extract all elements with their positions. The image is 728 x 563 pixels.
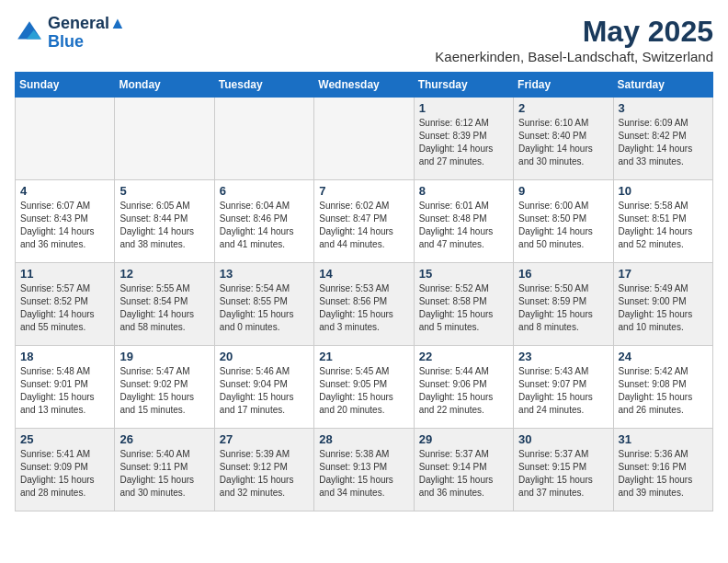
logo-text: General▲ Blue [48,15,126,52]
calendar-cell: 7Sunrise: 6:02 AM Sunset: 8:47 PM Daylig… [314,180,414,263]
logo: General▲ Blue [15,15,126,52]
day-info: Sunrise: 5:46 AM Sunset: 9:04 PM Dayligh… [220,365,309,417]
calendar-cell: 4Sunrise: 6:07 AM Sunset: 8:43 PM Daylig… [16,180,115,263]
day-number: 6 [220,184,309,198]
day-info: Sunrise: 5:47 AM Sunset: 9:02 PM Dayligh… [119,365,209,417]
day-info: Sunrise: 5:48 AM Sunset: 9:01 PM Dayligh… [20,365,109,417]
day-number: 7 [319,184,408,198]
calendar-cell [214,98,313,180]
day-info: Sunrise: 6:04 AM Sunset: 8:46 PM Dayligh… [220,200,309,251]
calendar-cell: 26Sunrise: 5:40 AM Sunset: 9:11 PM Dayli… [115,429,214,511]
calendar-cell: 3Sunrise: 6:09 AM Sunset: 8:42 PM Daylig… [613,98,712,180]
day-number: 1 [419,101,508,115]
calendar-cell: 9Sunrise: 6:00 AM Sunset: 8:50 PM Daylig… [514,180,613,263]
week-row-1: 1Sunrise: 6:12 AM Sunset: 8:39 PM Daylig… [16,98,713,180]
calendar-cell: 11Sunrise: 5:57 AM Sunset: 8:52 PM Dayli… [16,263,115,346]
day-info: Sunrise: 6:09 AM Sunset: 8:42 PM Dayligh… [619,117,708,168]
week-row-2: 4Sunrise: 6:07 AM Sunset: 8:43 PM Daylig… [16,180,713,263]
day-info: Sunrise: 5:44 AM Sunset: 9:06 PM Dayligh… [419,365,508,417]
col-header-tuesday: Tuesday [214,73,313,98]
calendar-cell: 30Sunrise: 5:37 AM Sunset: 9:15 PM Dayli… [514,429,613,511]
day-info: Sunrise: 5:39 AM Sunset: 9:12 PM Dayligh… [220,448,309,500]
calendar-cell: 15Sunrise: 5:52 AM Sunset: 8:58 PM Dayli… [414,263,513,346]
day-info: Sunrise: 5:49 AM Sunset: 9:00 PM Dayligh… [619,282,708,334]
calendar-table: SundayMondayTuesdayWednesdayThursdayFrid… [15,72,713,511]
calendar-cell: 2Sunrise: 6:10 AM Sunset: 8:40 PM Daylig… [514,98,613,180]
week-row-3: 11Sunrise: 5:57 AM Sunset: 8:52 PM Dayli… [16,263,713,346]
week-row-5: 25Sunrise: 5:41 AM Sunset: 9:09 PM Dayli… [16,429,713,511]
day-info: Sunrise: 5:53 AM Sunset: 8:56 PM Dayligh… [319,282,408,334]
calendar-cell: 20Sunrise: 5:46 AM Sunset: 9:04 PM Dayli… [214,346,313,429]
day-number: 12 [119,267,209,281]
day-number: 20 [220,350,309,363]
col-header-saturday: Saturday [613,73,712,98]
day-info: Sunrise: 5:36 AM Sunset: 9:16 PM Dayligh… [619,448,708,500]
location-subtitle: Kaenerkinden, Basel-Landschaft, Switzerl… [435,49,713,64]
day-number: 19 [119,350,209,363]
calendar-cell [314,98,414,180]
day-info: Sunrise: 5:40 AM Sunset: 9:11 PM Dayligh… [119,448,209,500]
day-number: 28 [319,432,408,446]
day-info: Sunrise: 5:38 AM Sunset: 9:13 PM Dayligh… [319,448,408,500]
calendar-cell: 22Sunrise: 5:44 AM Sunset: 9:06 PM Dayli… [414,346,513,429]
day-number: 27 [220,432,309,446]
day-number: 14 [319,267,408,281]
col-header-monday: Monday [115,73,214,98]
header-row: SundayMondayTuesdayWednesdayThursdayFrid… [16,73,713,98]
calendar-cell: 8Sunrise: 6:01 AM Sunset: 8:48 PM Daylig… [414,180,513,263]
col-header-thursday: Thursday [414,73,513,98]
title-block: May 2025 Kaenerkinden, Basel-Landschaft,… [435,15,713,64]
calendar-cell: 6Sunrise: 6:04 AM Sunset: 8:46 PM Daylig… [214,180,313,263]
calendar-cell: 28Sunrise: 5:38 AM Sunset: 9:13 PM Dayli… [314,429,414,511]
col-header-wednesday: Wednesday [314,73,414,98]
calendar-cell: 13Sunrise: 5:54 AM Sunset: 8:55 PM Dayli… [214,263,313,346]
day-number: 29 [419,432,508,446]
day-info: Sunrise: 5:50 AM Sunset: 8:59 PM Dayligh… [518,282,608,334]
day-number: 30 [518,432,608,446]
month-title: May 2025 [435,15,713,49]
day-info: Sunrise: 6:10 AM Sunset: 8:40 PM Dayligh… [518,117,608,168]
day-info: Sunrise: 6:00 AM Sunset: 8:50 PM Dayligh… [518,200,608,251]
week-row-4: 18Sunrise: 5:48 AM Sunset: 9:01 PM Dayli… [16,346,713,429]
day-info: Sunrise: 5:37 AM Sunset: 9:14 PM Dayligh… [419,448,508,500]
day-info: Sunrise: 5:57 AM Sunset: 8:52 PM Dayligh… [20,282,109,334]
day-number: 25 [20,432,109,446]
day-info: Sunrise: 5:41 AM Sunset: 9:09 PM Dayligh… [20,448,109,500]
day-info: Sunrise: 6:12 AM Sunset: 8:39 PM Dayligh… [419,117,508,168]
calendar-cell: 29Sunrise: 5:37 AM Sunset: 9:14 PM Dayli… [414,429,513,511]
day-number: 17 [619,267,708,281]
day-number: 9 [518,184,608,198]
day-number: 3 [619,101,708,115]
day-number: 16 [518,267,608,281]
calendar-cell: 19Sunrise: 5:47 AM Sunset: 9:02 PM Dayli… [115,346,214,429]
day-info: Sunrise: 5:52 AM Sunset: 8:58 PM Dayligh… [419,282,508,334]
day-info: Sunrise: 6:01 AM Sunset: 8:48 PM Dayligh… [419,200,508,251]
day-info: Sunrise: 5:43 AM Sunset: 9:07 PM Dayligh… [518,365,608,417]
calendar-cell: 5Sunrise: 6:05 AM Sunset: 8:44 PM Daylig… [115,180,214,263]
day-number: 18 [20,350,109,363]
calendar-cell: 16Sunrise: 5:50 AM Sunset: 8:59 PM Dayli… [514,263,613,346]
day-info: Sunrise: 5:55 AM Sunset: 8:54 PM Dayligh… [119,282,209,334]
calendar-cell: 14Sunrise: 5:53 AM Sunset: 8:56 PM Dayli… [314,263,414,346]
day-info: Sunrise: 6:07 AM Sunset: 8:43 PM Dayligh… [20,200,109,251]
calendar-cell: 23Sunrise: 5:43 AM Sunset: 9:07 PM Dayli… [514,346,613,429]
calendar-cell: 27Sunrise: 5:39 AM Sunset: 9:12 PM Dayli… [214,429,313,511]
day-number: 11 [20,267,109,281]
day-info: Sunrise: 5:45 AM Sunset: 9:05 PM Dayligh… [319,365,408,417]
day-number: 23 [518,350,608,363]
calendar-cell: 1Sunrise: 6:12 AM Sunset: 8:39 PM Daylig… [414,98,513,180]
day-number: 22 [419,350,508,363]
col-header-sunday: Sunday [16,73,115,98]
day-info: Sunrise: 6:02 AM Sunset: 8:47 PM Dayligh… [319,200,408,251]
day-number: 21 [319,350,408,363]
day-number: 10 [619,184,708,198]
day-info: Sunrise: 5:54 AM Sunset: 8:55 PM Dayligh… [220,282,309,334]
calendar-cell: 12Sunrise: 5:55 AM Sunset: 8:54 PM Dayli… [115,263,214,346]
calendar-cell: 10Sunrise: 5:58 AM Sunset: 8:51 PM Dayli… [613,180,712,263]
calendar-cell [16,98,115,180]
calendar-cell: 17Sunrise: 5:49 AM Sunset: 9:00 PM Dayli… [613,263,712,346]
day-number: 13 [220,267,309,281]
day-number: 2 [518,101,608,115]
day-number: 5 [119,184,209,198]
day-number: 26 [119,432,209,446]
